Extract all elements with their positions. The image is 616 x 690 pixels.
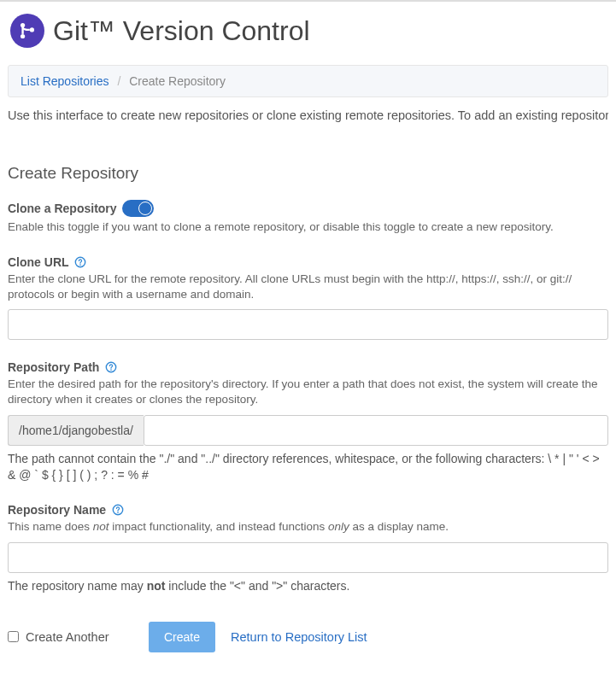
- repo-name-input[interactable]: [8, 542, 608, 573]
- return-link[interactable]: Return to Repository List: [231, 630, 367, 644]
- page-title: Git™ Version Control: [53, 15, 310, 47]
- create-another-text: Create Another: [26, 630, 109, 644]
- help-icon[interactable]: [104, 361, 117, 374]
- intro-text: Use this interface to create new reposit…: [8, 108, 608, 125]
- breadcrumb: List Repositories / Create Repository: [8, 65, 608, 97]
- repo-name-label: Repository Name: [8, 503, 106, 517]
- clone-url-help: Enter the clone URL for the remote repos…: [8, 272, 608, 302]
- repo-name-field: Repository Name This name does not impac…: [8, 503, 608, 594]
- svg-point-0: [21, 23, 25, 27]
- clone-toggle-label: Clone a Repository: [8, 202, 117, 215]
- form-actions: Create Another Create Return to Reposito…: [8, 622, 608, 670]
- clone-toggle-help: Enable this toggle if you want to clone …: [8, 219, 608, 235]
- help-icon[interactable]: [74, 255, 87, 268]
- svg-point-1: [21, 34, 25, 38]
- repo-path-label: Repository Path: [8, 360, 99, 374]
- repo-path-input[interactable]: [144, 415, 608, 446]
- repo-path-field: Repository Path Enter the desired path f…: [8, 360, 608, 482]
- clone-toggle-field: Clone a Repository Enable this toggle if…: [8, 200, 608, 235]
- git-icon: [10, 14, 44, 48]
- clone-url-input[interactable]: [8, 309, 608, 340]
- create-button[interactable]: Create: [149, 622, 215, 652]
- breadcrumb-list-repositories[interactable]: List Repositories: [21, 74, 109, 88]
- repo-path-prefix: /home1/djangobestla/: [8, 415, 144, 446]
- svg-point-8: [117, 512, 119, 514]
- svg-point-4: [79, 264, 81, 266]
- breadcrumb-current: Create Repository: [129, 74, 226, 88]
- repo-path-constraint: The path cannot contain the "./" and "..…: [8, 451, 608, 483]
- svg-point-6: [110, 370, 112, 371]
- repo-name-constraint: The repository name may not include the …: [8, 578, 608, 594]
- create-another-label[interactable]: Create Another: [8, 630, 149, 644]
- create-another-checkbox[interactable]: [8, 631, 19, 642]
- help-icon[interactable]: [111, 504, 124, 517]
- repo-name-help: This name does not impact functionality,…: [8, 519, 608, 535]
- clone-toggle[interactable]: [122, 200, 154, 217]
- repo-path-help: Enter the desired path for the repositor…: [8, 377, 608, 407]
- clone-url-field: Clone URL Enter the clone URL for the re…: [8, 255, 608, 340]
- breadcrumb-separator: /: [117, 74, 120, 88]
- page-header: Git™ Version Control: [0, 0, 616, 65]
- svg-point-2: [30, 27, 34, 32]
- clone-url-label: Clone URL: [8, 255, 69, 269]
- section-title: Create Repository: [8, 164, 608, 183]
